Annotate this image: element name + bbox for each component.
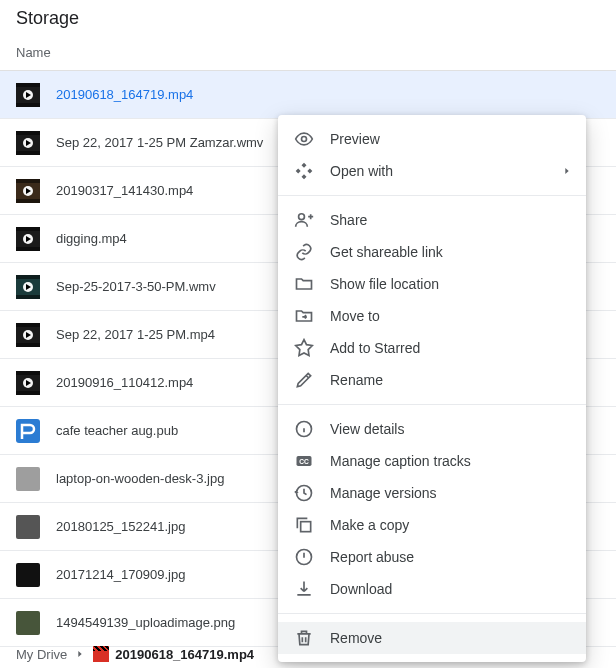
video-thumb-icon bbox=[16, 179, 40, 203]
folder-move-icon bbox=[294, 306, 314, 326]
menu-download[interactable]: Download bbox=[278, 573, 586, 605]
file-name: Sep 22, 2017 1-25 PM.mp4 bbox=[56, 327, 215, 342]
file-name: Sep 22, 2017 1-25 PM Zamzar.wmv bbox=[56, 135, 263, 150]
chevron-right-icon bbox=[562, 163, 572, 179]
person-add-icon bbox=[294, 210, 314, 230]
menu-copy[interactable]: Make a copy bbox=[278, 509, 586, 541]
svg-point-30 bbox=[299, 214, 305, 220]
file-name: 20171214_170909.jpg bbox=[56, 567, 185, 582]
star-icon bbox=[294, 338, 314, 358]
pencil-icon bbox=[294, 370, 314, 390]
svg-rect-2 bbox=[16, 103, 40, 107]
file-name: laptop-on-wooden-desk-3.jpg bbox=[56, 471, 224, 486]
file-name: Sep-25-2017-3-50-PM.wmv bbox=[56, 279, 216, 294]
video-thumb-icon bbox=[16, 323, 40, 347]
file-name: cafe teacher aug.pub bbox=[56, 423, 178, 438]
svg-text:CC: CC bbox=[299, 458, 309, 465]
svg-rect-18 bbox=[16, 295, 40, 299]
svg-rect-25 bbox=[16, 371, 40, 375]
breadcrumb-root[interactable]: My Drive bbox=[16, 647, 67, 662]
image-thumb-icon bbox=[16, 563, 40, 587]
svg-rect-21 bbox=[16, 323, 40, 327]
menu-report[interactable]: Report abuse bbox=[278, 541, 586, 573]
video-file-icon bbox=[93, 646, 109, 662]
menu-remove[interactable]: Remove bbox=[278, 622, 586, 654]
chevron-right-icon bbox=[75, 647, 85, 662]
menu-add-starred[interactable]: Add to Starred bbox=[278, 332, 586, 364]
svg-rect-5 bbox=[16, 131, 40, 135]
image-thumb-icon bbox=[16, 515, 40, 539]
breadcrumb-current[interactable]: 20190618_164719.mp4 bbox=[93, 646, 254, 662]
svg-rect-1 bbox=[16, 83, 40, 87]
eye-icon bbox=[294, 129, 314, 149]
copy-icon bbox=[294, 515, 314, 535]
menu-rename[interactable]: Rename bbox=[278, 364, 586, 396]
file-name: 1494549139_uploadimage.png bbox=[56, 615, 235, 630]
menu-captions[interactable]: CC Manage caption tracks bbox=[278, 445, 586, 477]
video-thumb-icon bbox=[16, 83, 40, 107]
video-thumb-icon bbox=[16, 131, 40, 155]
svg-rect-10 bbox=[16, 199, 40, 203]
video-thumb-icon bbox=[16, 275, 40, 299]
menu-move-to[interactable]: Move to bbox=[278, 300, 586, 332]
svg-rect-17 bbox=[16, 275, 40, 279]
open-with-icon bbox=[294, 161, 314, 181]
menu-divider bbox=[278, 613, 586, 614]
breadcrumb: My Drive 20190618_164719.mp4 bbox=[16, 646, 254, 662]
svg-rect-6 bbox=[16, 151, 40, 155]
image-thumb-icon bbox=[16, 611, 40, 635]
svg-rect-22 bbox=[16, 343, 40, 347]
file-name: 20190618_164719.mp4 bbox=[56, 87, 193, 102]
menu-show-location[interactable]: Show file location bbox=[278, 268, 586, 300]
file-row[interactable]: 20190618_164719.mp4 bbox=[0, 71, 616, 119]
menu-view-details[interactable]: View details bbox=[278, 413, 586, 445]
page-title: Storage bbox=[0, 0, 616, 35]
svg-rect-28 bbox=[16, 419, 40, 443]
menu-get-link[interactable]: Get shareable link bbox=[278, 236, 586, 268]
file-name: 20190916_110412.mp4 bbox=[56, 375, 193, 390]
menu-versions[interactable]: Manage versions bbox=[278, 477, 586, 509]
info-icon bbox=[294, 419, 314, 439]
report-icon bbox=[294, 547, 314, 567]
svg-rect-34 bbox=[301, 522, 311, 532]
folder-icon bbox=[294, 274, 314, 294]
cc-icon: CC bbox=[294, 451, 314, 471]
menu-share[interactable]: Share bbox=[278, 204, 586, 236]
svg-rect-9 bbox=[16, 179, 40, 183]
menu-open-with[interactable]: Open with bbox=[278, 155, 586, 187]
svg-rect-26 bbox=[16, 391, 40, 395]
download-icon bbox=[294, 579, 314, 599]
publisher-icon bbox=[16, 419, 40, 443]
file-name: 20190317_141430.mp4 bbox=[56, 183, 193, 198]
menu-divider bbox=[278, 195, 586, 196]
menu-divider bbox=[278, 404, 586, 405]
context-menu: Preview Open with Share Get shareable li… bbox=[278, 115, 586, 662]
svg-rect-13 bbox=[16, 227, 40, 231]
link-icon bbox=[294, 242, 314, 262]
trash-icon bbox=[294, 628, 314, 648]
file-name: digging.mp4 bbox=[56, 231, 127, 246]
file-name: 20180125_152241.jpg bbox=[56, 519, 185, 534]
svg-rect-14 bbox=[16, 247, 40, 251]
menu-preview[interactable]: Preview bbox=[278, 123, 586, 155]
image-thumb-icon bbox=[16, 467, 40, 491]
svg-point-29 bbox=[302, 137, 307, 142]
video-thumb-icon bbox=[16, 371, 40, 395]
column-header-name[interactable]: Name bbox=[0, 35, 616, 71]
video-thumb-icon bbox=[16, 227, 40, 251]
history-icon bbox=[294, 483, 314, 503]
